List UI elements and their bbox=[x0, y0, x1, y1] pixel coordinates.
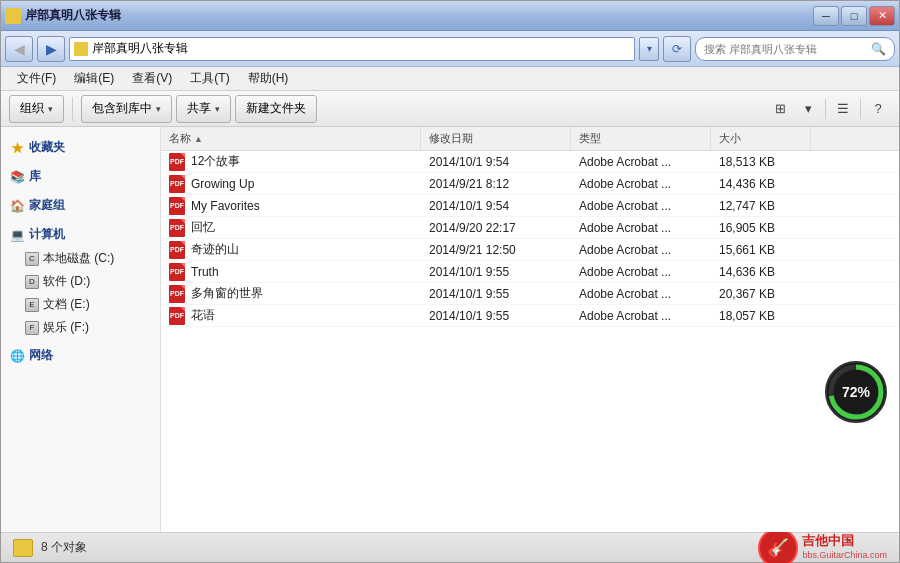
file-name: My Favorites bbox=[191, 199, 260, 213]
file-type-cell: Adobe Acrobat ... bbox=[571, 195, 711, 216]
menu-tools[interactable]: 工具(T) bbox=[182, 68, 237, 89]
back-button[interactable]: ◀ bbox=[5, 36, 33, 62]
file-name-cell: PDF Truth bbox=[161, 261, 421, 282]
sidebar-homegroup-header[interactable]: 🏠 家庭组 bbox=[1, 193, 160, 218]
sidebar-computer-header[interactable]: 💻 计算机 bbox=[1, 222, 160, 247]
sidebar-favorites-section: ★ 收藏夹 bbox=[1, 135, 160, 160]
sort-arrow-icon: ▲ bbox=[194, 134, 203, 144]
share-label: 共享 bbox=[187, 100, 211, 117]
sidebar-drive-e[interactable]: E 文档 (E:) bbox=[1, 293, 160, 316]
progress-circle: 72% bbox=[821, 357, 891, 427]
table-row[interactable]: PDF 12个故事 2014/10/1 9:54 Adobe Acrobat .… bbox=[161, 151, 899, 173]
sidebar-drive-c[interactable]: C 本地磁盘 (C:) bbox=[1, 247, 160, 270]
menu-help[interactable]: 帮助(H) bbox=[240, 68, 297, 89]
guitar-logo-url: bbs.GuitarChina.com bbox=[802, 550, 887, 562]
table-row[interactable]: PDF Truth 2014/10/1 9:55 Adobe Acrobat .… bbox=[161, 261, 899, 283]
drive-c-icon: C bbox=[25, 252, 39, 266]
col-date-label: 修改日期 bbox=[429, 131, 473, 146]
table-row[interactable]: PDF My Favorites 2014/10/1 9:54 Adobe Ac… bbox=[161, 195, 899, 217]
menu-edit[interactable]: 编辑(E) bbox=[66, 68, 122, 89]
pane-button[interactable]: ☰ bbox=[830, 97, 856, 121]
pdf-icon: PDF bbox=[169, 197, 185, 215]
new-folder-button[interactable]: 新建文件夹 bbox=[235, 95, 317, 123]
file-name: 回忆 bbox=[191, 219, 215, 236]
table-row[interactable]: PDF 花语 2014/10/1 9:55 Adobe Acrobat ... … bbox=[161, 305, 899, 327]
forward-button[interactable]: ▶ bbox=[37, 36, 65, 62]
title-bar-left: 岸部真明八张专辑 bbox=[5, 7, 121, 24]
library-icon: 📚 bbox=[9, 169, 25, 185]
sidebar-homegroup-label: 家庭组 bbox=[29, 197, 65, 214]
sidebar-drive-d[interactable]: D 软件 (D:) bbox=[1, 270, 160, 293]
sidebar-drive-e-label: 文档 (E:) bbox=[43, 296, 90, 313]
drive-f-icon: F bbox=[25, 321, 39, 335]
col-header-date[interactable]: 修改日期 bbox=[421, 127, 571, 150]
help-button[interactable]: ? bbox=[865, 97, 891, 121]
file-size-cell: 15,661 KB bbox=[711, 239, 811, 260]
include-library-dropdown-icon: ▾ bbox=[156, 104, 161, 114]
network-icon: 🌐 bbox=[9, 348, 25, 364]
table-row[interactable]: PDF 回忆 2014/9/20 22:17 Adobe Acrobat ...… bbox=[161, 217, 899, 239]
sidebar-favorites-header[interactable]: ★ 收藏夹 bbox=[1, 135, 160, 160]
pdf-icon: PDF bbox=[169, 153, 185, 171]
table-row[interactable]: PDF Growing Up 2014/9/21 8:12 Adobe Acro… bbox=[161, 173, 899, 195]
pdf-icon: PDF bbox=[169, 307, 185, 325]
table-row[interactable]: PDF 奇迹的山 2014/9/21 12:50 Adobe Acrobat .… bbox=[161, 239, 899, 261]
title-bar: 岸部真明八张专辑 ─ □ ✕ bbox=[1, 1, 899, 31]
share-button[interactable]: 共享 ▾ bbox=[176, 95, 231, 123]
guitar-china-logo: 🎸 吉他中国 bbs.GuitarChina.com bbox=[758, 528, 887, 564]
file-name: 花语 bbox=[191, 307, 215, 324]
drive-e-icon: E bbox=[25, 298, 39, 312]
pdf-icon: PDF bbox=[169, 219, 185, 237]
file-date-cell: 2014/10/1 9:54 bbox=[421, 151, 571, 172]
file-list: 名称 ▲ 修改日期 类型 大小 PDF 12个故事 2014/10/1 9:54 bbox=[161, 127, 899, 532]
computer-icon: 💻 bbox=[9, 227, 25, 243]
file-name-cell: PDF My Favorites bbox=[161, 195, 421, 216]
col-header-size[interactable]: 大小 bbox=[711, 127, 811, 150]
file-date-cell: 2014/10/1 9:55 bbox=[421, 283, 571, 304]
close-button[interactable]: ✕ bbox=[869, 6, 895, 26]
maximize-button[interactable]: □ bbox=[841, 6, 867, 26]
sidebar-library-label: 库 bbox=[29, 168, 41, 185]
organize-button[interactable]: 组织 ▾ bbox=[9, 95, 64, 123]
menu-file[interactable]: 文件(F) bbox=[9, 68, 64, 89]
main-content: ★ 收藏夹 📚 库 🏠 家庭组 💻 计算机 bbox=[1, 127, 899, 532]
sidebar-drive-f[interactable]: F 娱乐 (F:) bbox=[1, 316, 160, 339]
file-date-cell: 2014/9/20 22:17 bbox=[421, 217, 571, 238]
file-type-cell: Adobe Acrobat ... bbox=[571, 305, 711, 326]
file-name-cell: PDF 奇迹的山 bbox=[161, 239, 421, 260]
sidebar-computer-section: 💻 计算机 C 本地磁盘 (C:) D 软件 (D:) E 文档 (E:) F bbox=[1, 222, 160, 339]
file-name-cell: PDF 回忆 bbox=[161, 217, 421, 238]
refresh-button[interactable]: ⟳ bbox=[663, 36, 691, 62]
status-count: 8 个对象 bbox=[41, 539, 87, 556]
search-input[interactable] bbox=[704, 43, 867, 55]
homegroup-icon: 🏠 bbox=[9, 198, 25, 214]
address-input[interactable] bbox=[92, 42, 630, 56]
file-size-cell: 14,436 KB bbox=[711, 173, 811, 194]
sidebar-library-header[interactable]: 📚 库 bbox=[1, 164, 160, 189]
status-folder-icon bbox=[13, 539, 33, 557]
file-type-cell: Adobe Acrobat ... bbox=[571, 217, 711, 238]
view-icon-button[interactable]: ⊞ bbox=[767, 97, 793, 121]
file-type-cell: Adobe Acrobat ... bbox=[571, 261, 711, 282]
view-dropdown-button[interactable]: ▾ bbox=[795, 97, 821, 121]
file-date-cell: 2014/10/1 9:54 bbox=[421, 195, 571, 216]
file-list-body: PDF 12个故事 2014/10/1 9:54 Adobe Acrobat .… bbox=[161, 151, 899, 532]
sidebar-network-section: 🌐 网络 bbox=[1, 343, 160, 368]
minimize-button[interactable]: ─ bbox=[813, 6, 839, 26]
sidebar-network-header[interactable]: 🌐 网络 bbox=[1, 343, 160, 368]
file-size-cell: 14,636 KB bbox=[711, 261, 811, 282]
include-library-button[interactable]: 包含到库中 ▾ bbox=[81, 95, 172, 123]
file-name: 多角窗的世界 bbox=[191, 285, 263, 302]
address-dropdown[interactable]: ▾ bbox=[639, 37, 659, 61]
menu-view[interactable]: 查看(V) bbox=[124, 68, 180, 89]
file-name-cell: PDF 花语 bbox=[161, 305, 421, 326]
star-icon: ★ bbox=[9, 140, 25, 156]
col-size-label: 大小 bbox=[719, 131, 741, 146]
table-row[interactable]: PDF 多角窗的世界 2014/10/1 9:55 Adobe Acrobat … bbox=[161, 283, 899, 305]
window-icon bbox=[5, 8, 21, 24]
file-size-cell: 18,513 KB bbox=[711, 151, 811, 172]
file-date-cell: 2014/10/1 9:55 bbox=[421, 305, 571, 326]
col-header-type[interactable]: 类型 bbox=[571, 127, 711, 150]
navigation-bar: ◀ ▶ ▾ ⟳ 🔍 bbox=[1, 31, 899, 67]
col-header-name[interactable]: 名称 ▲ bbox=[161, 127, 421, 150]
